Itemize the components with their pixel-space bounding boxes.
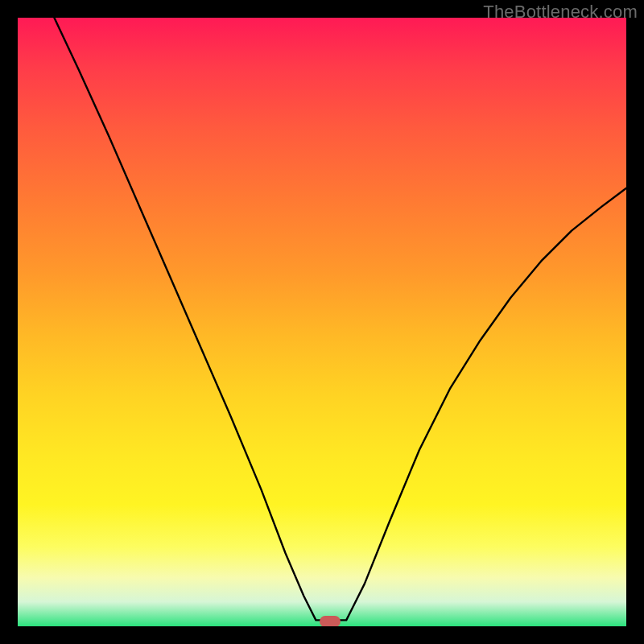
curve-path [54,18,626,620]
chart-frame: TheBottleneck.com [0,0,644,644]
watermark-text: TheBottleneck.com [483,2,638,23]
bottleneck-curve [18,18,626,626]
plot-area [18,18,626,626]
optimal-marker [320,616,341,626]
